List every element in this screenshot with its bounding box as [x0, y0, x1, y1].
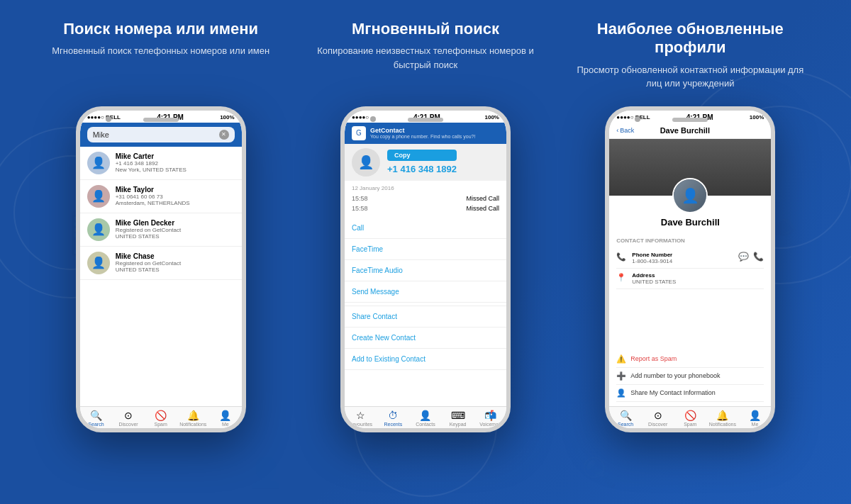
call-log: 12 January 2016 15:58 Missed Call 15:58 …	[345, 181, 506, 218]
share-contact-icon: 👤	[616, 388, 626, 398]
action-share-contact[interactable]: Share Contact	[345, 306, 506, 327]
action-facetime-audio[interactable]: FaceTime Audio	[345, 260, 506, 281]
contact-name-1: Mike Carter	[116, 152, 235, 160]
profile-name: Dave Burchill	[616, 217, 764, 228]
tab-notifications[interactable]: 🔔 Notifications	[177, 410, 209, 427]
recents-icon: ⏱	[388, 410, 398, 421]
notifications-tab-icon: 🔔	[187, 410, 199, 421]
col1-title: Поиск номера или имени	[43, 20, 279, 38]
tab2-recents[interactable]: ⏱ Recents	[377, 410, 410, 427]
phone1-navbar: Mike ✕	[80, 123, 242, 147]
keypad-label: Keypad	[450, 422, 467, 427]
add-phonebook-label: Add number to your phonebook	[630, 372, 720, 379]
phone-info-icon: 📞	[616, 252, 626, 262]
app-header-text: GetContact You copy a phone number. Find…	[370, 127, 499, 139]
share-contact-row[interactable]: 👤 Share My Contact Information	[616, 385, 764, 402]
phone-2-screen: ●●●●○ 4:21 PM 100% G GetContact You copy…	[345, 111, 506, 428]
add-phonebook-row[interactable]: ➕ Add number to your phonebook	[616, 368, 764, 385]
copy-button[interactable]: Copy	[387, 150, 457, 161]
contact-loc-2: Amsterdam, NETHERLANDS	[116, 200, 235, 206]
col3-subtitle: Просмотр обновленной контактной информац…	[572, 63, 808, 91]
call-date: 12 January 2016	[352, 185, 499, 191]
phone-info-label: Phone Number	[632, 252, 733, 258]
contact-name-3: Mike Glen Decker	[116, 219, 235, 227]
contact-info-4: Mike Chase Registered on GetContact UNIT…	[116, 252, 235, 273]
copy-banner: 👤 Copy +1 416 348 1892	[345, 144, 506, 181]
spam-tab-icon: 🚫	[155, 410, 167, 421]
action-facetime[interactable]: FaceTime	[345, 239, 506, 260]
tab3-discover[interactable]: ⊙ Discover	[642, 410, 674, 427]
header-col-3: Наиболее обновленные профили Просмотр об…	[558, 20, 823, 91]
action-add-existing[interactable]: Add to Existing Contact	[345, 349, 506, 370]
notifications-tab-label: Notifications	[179, 422, 206, 427]
contact-name-2: Mike Taylor	[116, 186, 235, 194]
address-info-value: UNITED STATES	[632, 279, 764, 285]
phone3-navbar: ‹ Back Dave Burchill	[609, 123, 771, 139]
header-row: Поиск номера или имени Мгновенный поиск …	[0, 0, 851, 102]
tab2-favourites[interactable]: ☆ Favourites	[345, 410, 377, 427]
col3-title: Наиболее обновленные профили	[572, 20, 808, 57]
phone1-time: 4:21 PM	[157, 113, 184, 121]
tab-spam[interactable]: 🚫 Spam	[145, 410, 177, 427]
contact-item-3[interactable]: 👤 Mike Glen Decker Registered on GetCont…	[80, 213, 242, 247]
tab3-search[interactable]: 🔍 Search	[609, 410, 642, 427]
discover3-label: Discover	[648, 422, 667, 427]
address-info-content: Address UNITED STATES	[632, 272, 764, 285]
action-create-contact[interactable]: Create New Contact	[345, 327, 506, 349]
phone-info-actions: 💬 📞	[738, 252, 764, 262]
call-type-2: Missed Call	[466, 205, 499, 212]
phone1-search-box[interactable]: Mike ✕	[87, 127, 235, 142]
tab-discover[interactable]: ⊙ Discover	[112, 410, 145, 427]
svg-text:👤: 👤	[248, 455, 284, 489]
phone2-right: 100%	[485, 114, 499, 121]
contact-phone-1: +1 416 348 1892	[116, 160, 235, 167]
back-chevron-icon: ‹	[616, 127, 618, 134]
contact-item-1[interactable]: 👤 Mike Carter +1 416 348 1892 New York, …	[80, 147, 242, 180]
tab-search[interactable]: 🔍 Search	[80, 410, 113, 427]
recents-label: Recents	[384, 422, 403, 427]
report-spam-row[interactable]: ⚠️ Report as Spam	[616, 351, 764, 368]
tab2-keypad[interactable]: ⌨ Keypad	[442, 410, 474, 427]
tab2-voicemail[interactable]: 📬 Voicemail	[474, 410, 506, 427]
search3-label: Search	[618, 422, 633, 427]
col2-title: Мгновенный поиск	[307, 20, 543, 38]
contact-item-2[interactable]: 👤 Mike Taylor +31 0641 60 06 73 Amsterda…	[80, 180, 242, 213]
message-action-button[interactable]: 💬	[738, 252, 749, 262]
copy-content: Copy +1 416 348 1892	[387, 150, 457, 174]
contact-name-4: Mike Chase	[116, 252, 235, 260]
back-button[interactable]: ‹ Back	[616, 127, 634, 134]
contact-avatar-4: 👤	[87, 252, 110, 274]
back-label: Back	[620, 127, 634, 134]
contact-info-1: Mike Carter +1 416 348 1892 New York, UN…	[116, 152, 235, 173]
tab2-contacts[interactable]: 👤 Contacts	[409, 410, 442, 427]
phone-number-display: +1 416 348 1892	[387, 164, 457, 174]
phone1-carrier: ●●●●○ BELL	[87, 114, 121, 121]
header-col-1: Поиск номера или имени Мгновенный поиск …	[28, 20, 293, 91]
phone-1: ●●●●○ BELL 4:21 PM 100% Mike ✕ 👤 Mike	[76, 106, 246, 432]
contacts-icon: 👤	[419, 410, 431, 421]
spam-tab-label: Spam	[154, 422, 167, 427]
call-action-button[interactable]: 📞	[753, 252, 764, 262]
address-info-row: 📍 Address UNITED STATES	[616, 269, 764, 289]
address-info-icon: 📍	[616, 273, 626, 282]
phones-row: ●●●●○ BELL 4:21 PM 100% Mike ✕ 👤 Mike	[0, 106, 851, 432]
tab3-notifications[interactable]: 🔔 Notifications	[706, 410, 739, 427]
search-tab-label: Search	[88, 422, 104, 427]
phone-info-row: 📞 Phone Number 1-800-433-9014 💬 📞	[616, 248, 764, 269]
me-tab-label: Me	[222, 422, 229, 427]
contact-item-4[interactable]: 👤 Mike Chase Registered on GetContact UN…	[80, 247, 242, 280]
tab3-me[interactable]: 👤 Me	[739, 410, 772, 427]
call-type-1: Missed Call	[466, 195, 499, 202]
tab3-spam[interactable]: 🚫 Spam	[674, 410, 707, 427]
spam3-icon: 🚫	[684, 410, 696, 421]
search-clear-button[interactable]: ✕	[219, 130, 229, 140]
tab-me[interactable]: 👤 Me	[209, 410, 242, 427]
share-contact-label: Share My Contact Information	[630, 389, 716, 396]
discover-tab-label: Discover	[118, 422, 138, 427]
app-sub-label: You copy a phone number. Find who calls …	[370, 134, 499, 139]
app-name-label: GetContact	[370, 127, 499, 134]
profile-pic-inner: 👤	[674, 179, 706, 212]
action-send-message[interactable]: Send Message	[345, 281, 506, 303]
action-call[interactable]: Call	[345, 218, 506, 239]
me3-icon: 👤	[749, 410, 761, 421]
